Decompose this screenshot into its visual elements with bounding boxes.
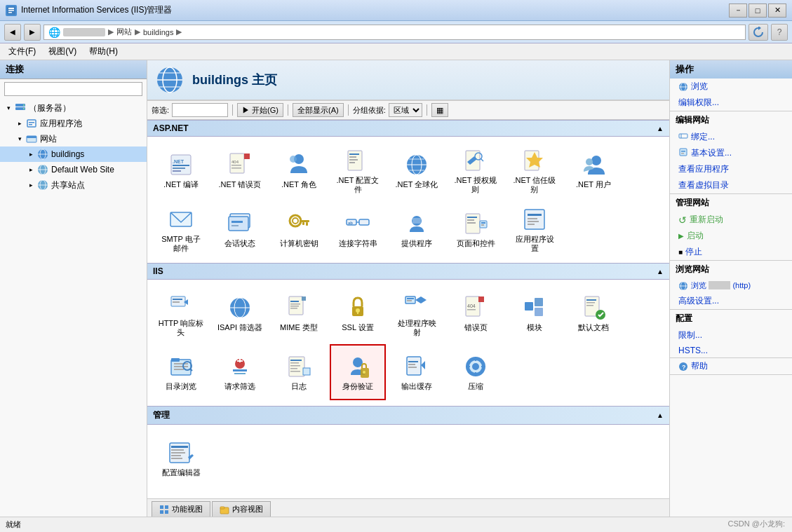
expand-apppool[interactable]: ▸ [14,120,25,127]
show-all-button[interactable]: 全部显示(A) [293,103,344,117]
icon-app-settings[interactable]: 应用程序设置 [506,201,563,257]
icon-net-global[interactable]: .NET 全球化 [389,142,445,198]
tree-item-buildings[interactable]: ▸ buildings [0,146,147,162]
icon-ssl[interactable]: SSL 设置 [330,285,386,341]
mime-types-label: MIME 类型 [280,323,318,332]
help-nav-button[interactable]: ? [771,24,788,41]
icon-machine-key[interactable]: 计算机密钥 [271,201,327,257]
start-button[interactable]: ▶ 开始(G) [237,103,283,117]
icon-net-auth[interactable]: .NET 授权规则 [448,142,504,198]
right-link-view-vdir[interactable]: 查看虚拟目录 [670,177,792,193]
icon-session[interactable]: 会话状态 [212,201,268,257]
icon-net-config[interactable]: .NET 配置文件 [330,142,386,198]
svg-rect-147 [171,452,185,453]
icon-connection-string[interactable]: ab 连接字符串 [330,201,386,257]
tree-item-default[interactable]: ▸ Default Web Site [0,162,147,177]
content-view-tab[interactable]: 内容视图 [212,501,271,517]
edit-site-subheader: 编辑网站 [670,111,792,129]
menu-view[interactable]: 视图(V) [43,44,82,59]
expand-default[interactable]: ▸ [25,166,36,173]
icon-net-user[interactable]: .NET 用户 [565,142,622,198]
minimize-button[interactable]: － [729,4,747,18]
right-link-browse[interactable]: 浏览 [670,79,792,95]
app-settings-icon [521,205,549,233]
icon-dir-browse[interactable]: 目录浏览 [153,344,209,400]
right-link-browse-http[interactable]: 浏览 (http) [670,278,792,293]
filter-input[interactable] [172,103,228,117]
right-link-hsts[interactable]: HSTS... [670,343,792,357]
back-button[interactable]: ◀ [4,24,21,41]
expand-shared[interactable]: ▸ [25,182,36,189]
right-link-view-app[interactable]: 查看应用程序 [670,161,792,177]
menu-file[interactable]: 文件(F) [3,44,41,59]
icon-error-pages[interactable]: 404 错误页 [448,285,504,341]
icon-net-trust[interactable]: .NET 信任级别 [506,142,563,198]
right-link-stop[interactable]: ■ 停止 [670,244,792,260]
net-auth-icon [462,146,490,175]
expand-server[interactable]: ▾ [3,104,14,111]
icon-pages-controls[interactable]: 页面和控件 [448,201,504,257]
filter-label: 筛选: [152,105,169,116]
right-link-restart[interactable]: ↺ 重新启动 [670,212,792,228]
icon-modules[interactable]: 模块 [506,285,563,341]
toolbar: 筛选: ▶ 开始(G) 全部显示(A) 分组依据: 区域 ▦ [147,101,669,120]
icon-output-cache[interactable]: 输出缓存 [389,344,445,400]
default-doc-label: 默认文档 [578,323,609,332]
mgmt-section-header[interactable]: 管理 ▲ [147,406,669,425]
right-link-start[interactable]: ▶ 启动 [670,228,792,244]
view-button[interactable]: ▦ [431,103,448,117]
svg-rect-159 [679,134,687,138]
right-link-advanced[interactable]: 高级设置... [670,293,792,309]
window-controls[interactable]: － □ ✕ [729,4,786,18]
right-link-help[interactable]: ? 帮助 [670,358,792,374]
iis-section-header[interactable]: IIS ▲ [147,263,669,280]
tree-item-sites[interactable]: ▾ 网站 [0,131,147,146]
browse-label: 浏览 [691,81,708,93]
search-input[interactable] [4,82,142,96]
icon-smtp[interactable]: SMTP 电子邮件 [153,201,209,257]
icon-config-editor[interactable]: 配置编辑器 [153,430,209,486]
icon-handler-mapping[interactable]: 处理程序映射 [389,285,445,341]
right-link-edit-perm[interactable]: 编辑权限... [670,95,792,111]
right-link-basic-settings[interactable]: 基本设置... [670,145,792,161]
tree-item-apppool[interactable]: ▸ 应用程序池 [0,116,147,131]
icon-mime-types[interactable]: MIME 类型 [271,285,327,341]
refresh-button[interactable] [749,24,768,41]
icon-logging[interactable]: 日志 [271,344,327,400]
expand-sites[interactable]: ▾ [14,135,25,142]
manage-site-subheader: 管理网站 [670,194,792,212]
aspnet-section-header[interactable]: ASP.NET ▲ [147,120,669,137]
icon-compress[interactable]: 压缩 [448,344,504,400]
maximize-button[interactable]: □ [749,4,767,18]
right-link-bind[interactable]: 绑定... [670,129,792,145]
svg-rect-97 [357,311,358,314]
icon-request-filter[interactable]: 请求筛选 [212,344,268,400]
feature-view-tab[interactable]: 功能视图 [152,501,210,517]
icon-providers[interactable]: 提供程序 [389,201,445,257]
net-error-icon: 404 [226,151,254,179]
bind-icon [678,131,688,143]
error-pages-icon: 404 [462,294,490,322]
group-select[interactable]: 区域 [389,103,422,117]
icon-default-doc[interactable]: 默认文档 [565,285,622,341]
menu-help[interactable]: 帮助(H) [83,44,123,59]
icon-net-error[interactable]: 404 .NET 错误页 [212,142,268,198]
icon-net-role[interactable]: .NET 角色 [271,142,327,198]
tree-item-server[interactable]: ▾ （服务器） [0,100,147,116]
address-bar: ◀ ▶ 🌐 ▶ 网站 ▶ buildings ▶ ? [0,21,792,43]
address-field[interactable]: 🌐 ▶ 网站 ▶ buildings ▶ [43,25,746,40]
right-link-limits[interactable]: 限制... [670,327,792,343]
iis-collapse-icon[interactable]: ▲ [657,268,664,275]
svg-rect-110 [586,302,595,303]
expand-buildings[interactable]: ▸ [25,151,36,158]
forward-button[interactable]: ▶ [24,24,41,41]
icon-isapi-filter[interactable]: ISAPI 筛选器 [212,285,268,341]
mgmt-collapse-icon[interactable]: ▲ [657,411,664,419]
net-auth-label: .NET 授权规则 [455,176,497,194]
icon-net-compile[interactable]: .NET .NET 编译 [153,142,209,198]
close-button[interactable]: ✕ [768,4,786,18]
icon-auth[interactable]: 身份验证 [330,344,386,400]
aspnet-collapse-icon[interactable]: ▲ [657,125,664,132]
tree-item-shared[interactable]: ▸ 共享站点 [0,177,147,193]
icon-http-redirect[interactable]: HTTP 响应标头 [153,285,209,341]
